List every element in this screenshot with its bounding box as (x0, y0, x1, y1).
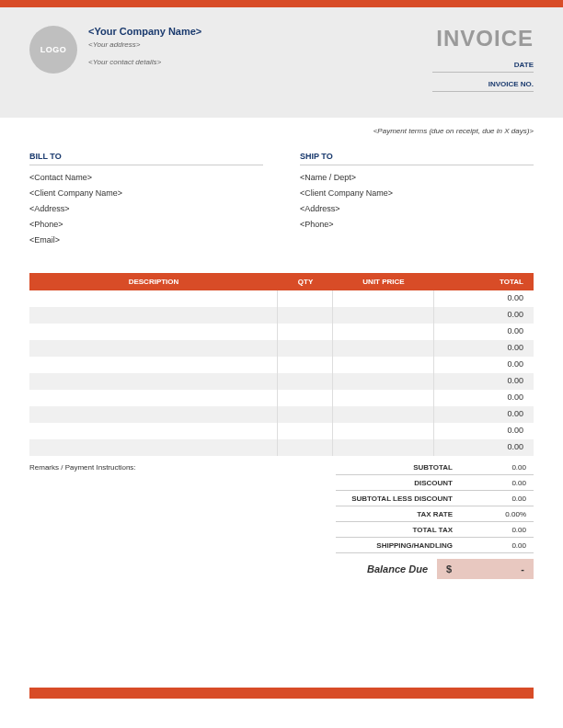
cell-desc (29, 439, 278, 456)
bill-to-line: <Email> (29, 235, 263, 245)
cell-total: 0.00 (434, 373, 531, 390)
cell-total: 0.00 (434, 307, 531, 324)
invoice-no-label: INVOICE NO. (432, 80, 534, 88)
cell-desc (29, 290, 278, 307)
payment-terms: <Payment terms (due on receipt, due in X… (0, 118, 563, 152)
cell-qty (278, 357, 333, 373)
total-tax-value: 0.00 (453, 526, 526, 534)
cell-total: 0.00 (434, 406, 531, 423)
table-row: 0.00 (29, 439, 534, 456)
balance-due-label: Balance Due (336, 563, 437, 574)
cell-price (333, 290, 434, 307)
ship-to-line: <Address> (300, 204, 534, 213)
bill-to-section: BILL TO <Contact Name> <Client Company N… (29, 152, 263, 251)
cell-desc (29, 340, 278, 357)
total-tax-label: TOTAL TAX (336, 526, 453, 534)
cell-desc (29, 406, 278, 423)
shipping-label: SHIPPING/HANDLING (336, 541, 453, 550)
cell-qty (278, 340, 333, 357)
bill-to-title: BILL TO (29, 152, 263, 165)
discount-value: 0.00 (453, 479, 526, 487)
subtotal-label: SUBTOTAL (336, 463, 453, 472)
line-items-table: DESCRIPTION QTY UNIT PRICE TOTAL 0.000.0… (29, 273, 534, 456)
cell-total: 0.00 (434, 340, 531, 357)
cell-total: 0.00 (434, 290, 531, 307)
cell-qty (278, 406, 333, 423)
table-row: 0.00 (29, 423, 534, 439)
subtotal-less-label: SUBTOTAL LESS DISCOUNT (336, 495, 453, 503)
cell-total: 0.00 (434, 324, 531, 340)
top-accent-bar (0, 0, 563, 7)
company-address: <Your address> (88, 40, 201, 49)
remarks-label: Remarks / Payment Instructions: (29, 460, 336, 579)
tax-rate-value: 0.00% (453, 510, 526, 518)
cell-qty (278, 423, 333, 439)
cell-qty (278, 439, 333, 456)
subtotal-less-value: 0.00 (453, 495, 526, 503)
ship-to-title: SHIP TO (300, 152, 534, 165)
subtotal-value: 0.00 (453, 463, 526, 472)
cell-total: 0.00 (434, 357, 531, 373)
bottom-accent-bar (29, 688, 534, 699)
bill-to-line: <Client Company Name> (29, 188, 263, 198)
company-name: <Your Company Name> (88, 26, 201, 37)
table-row: 0.00 (29, 290, 534, 307)
cell-qty (278, 390, 333, 406)
shipping-value: 0.00 (453, 541, 526, 550)
company-contact: <Your contact details> (88, 58, 201, 66)
table-row: 0.00 (29, 390, 534, 406)
cell-price (333, 406, 434, 423)
table-row: 0.00 (29, 340, 534, 357)
balance-currency: $ (446, 563, 452, 574)
bill-to-line: <Address> (29, 204, 263, 213)
cell-qty (278, 373, 333, 390)
cell-desc (29, 373, 278, 390)
cell-price (333, 390, 434, 406)
balance-due-value: $ - (437, 559, 534, 579)
table-row: 0.00 (29, 373, 534, 390)
balance-amount: - (521, 563, 524, 574)
cell-price (333, 340, 434, 357)
cell-price (333, 307, 434, 324)
ship-to-line: <Name / Dept> (300, 173, 534, 182)
tax-rate-label: TAX RATE (336, 510, 453, 518)
col-header-price: UNIT PRICE (333, 273, 434, 290)
cell-desc (29, 390, 278, 406)
ship-to-section: SHIP TO <Name / Dept> <Client Company Na… (300, 152, 534, 251)
ship-to-line: <Client Company Name> (300, 188, 534, 198)
cell-desc (29, 324, 278, 340)
table-row: 0.00 (29, 406, 534, 423)
table-row: 0.00 (29, 357, 534, 373)
col-header-qty: QTY (278, 273, 333, 290)
cell-total: 0.00 (434, 439, 531, 456)
bill-to-line: <Phone> (29, 220, 263, 229)
cell-total: 0.00 (434, 423, 531, 439)
cell-price (333, 324, 434, 340)
date-label: DATE (432, 61, 534, 69)
table-row: 0.00 (29, 324, 534, 340)
cell-price (333, 357, 434, 373)
cell-desc (29, 423, 278, 439)
cell-price (333, 423, 434, 439)
invoice-title: INVOICE (432, 26, 534, 51)
cell-desc (29, 307, 278, 324)
col-header-description: DESCRIPTION (29, 273, 278, 290)
logo-placeholder: LOGO (29, 26, 77, 74)
col-header-total: TOTAL (434, 273, 531, 290)
cell-qty (278, 290, 333, 307)
totals-section: SUBTOTAL0.00 DISCOUNT0.00 SUBTOTAL LESS … (336, 460, 534, 579)
cell-price (333, 373, 434, 390)
cell-desc (29, 357, 278, 373)
cell-qty (278, 307, 333, 324)
cell-price (333, 439, 434, 456)
bill-to-line: <Contact Name> (29, 173, 263, 182)
table-row: 0.00 (29, 307, 534, 324)
cell-qty (278, 324, 333, 340)
cell-total: 0.00 (434, 390, 531, 406)
ship-to-line: <Phone> (300, 220, 534, 229)
discount-label: DISCOUNT (336, 479, 453, 487)
header: LOGO <Your Company Name> <Your address> … (0, 7, 563, 118)
